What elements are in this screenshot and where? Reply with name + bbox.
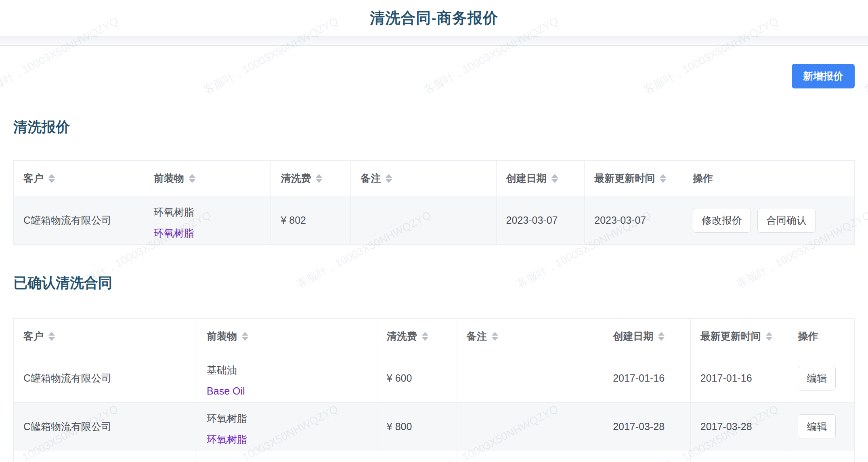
created-date-cell: 2017-03-28 (603, 403, 691, 451)
column-header-previous-cargo[interactable]: 前装物 (197, 319, 377, 354)
sort-icon[interactable] (48, 174, 55, 183)
cargo-name: 基础油 (207, 363, 367, 377)
cargo-link[interactable]: Base Oil (207, 384, 367, 398)
sort-icon[interactable] (422, 332, 428, 341)
previous-cargo-cell: 环氧树脂 环氧树脂 (197, 403, 377, 451)
sort-icon[interactable] (386, 174, 392, 183)
customer-cell: C罐箱物流有限公司 (14, 354, 197, 403)
table-row: C罐箱物流有限公司 环氧树脂 环氧树脂 ¥ 800 2017-03-28 201… (14, 403, 855, 451)
column-header-cleaning-fee[interactable]: 清洗费 (271, 161, 351, 196)
section-title-quotes: 清洗报价 (13, 117, 855, 136)
column-header-customer[interactable]: 客户 (14, 319, 197, 354)
edit-button[interactable]: 编辑 (798, 366, 836, 391)
remark-cell (351, 196, 496, 245)
sort-icon[interactable] (766, 332, 772, 341)
table-row: C罐箱物流有限公司 环氧树脂 环氧树脂 ¥ 802 2023-03-07 202… (14, 196, 855, 245)
column-header-actions: 操作 (788, 319, 855, 354)
table-row: 工业用脂肪醇 (14, 451, 855, 462)
cleaning-fee-cell: ¥ 800 (377, 403, 457, 451)
updated-date-cell: 2017-01-16 (690, 354, 788, 403)
sort-icon[interactable] (660, 174, 666, 183)
quotes-header-row: 客户 前装物 清洗费 备注 创建日期 最新更新时间 操作 (14, 161, 855, 196)
cargo-name: 环氧树脂 (154, 205, 261, 219)
actions-cell: 编辑 (788, 403, 855, 451)
updated-date-cell (690, 451, 788, 462)
remark-cell (457, 451, 603, 462)
page-title: 清洗合同-商务报价 (370, 8, 498, 28)
column-header-updated-date[interactable]: 最新更新时间 (585, 161, 683, 196)
cleaning-fee-cell: ¥ 802 (271, 196, 351, 245)
previous-cargo-cell: 工业用脂肪醇 (197, 451, 377, 462)
table-row: C罐箱物流有限公司 基础油 Base Oil ¥ 600 2017-01-16 … (14, 354, 855, 403)
sort-icon[interactable] (48, 332, 55, 341)
toolbar: 新增报价 (13, 64, 855, 88)
sort-icon[interactable] (492, 332, 498, 341)
column-header-remark[interactable]: 备注 (351, 161, 496, 196)
confirm-contract-button[interactable]: 合同确认 (757, 208, 816, 233)
edit-button[interactable]: 编辑 (798, 414, 836, 439)
remark-cell (457, 354, 603, 403)
modify-quote-button[interactable]: 修改报价 (693, 208, 751, 233)
column-header-updated-date[interactable]: 最新更新时间 (690, 319, 788, 354)
contracts-header-row: 客户 前装物 清洗费 备注 创建日期 最新更新时间 操作 (14, 319, 855, 354)
created-date-cell: 2023-03-07 (496, 196, 585, 245)
created-date-cell: 2017-01-16 (603, 354, 691, 403)
header-divider-band (0, 36, 868, 46)
customer-cell: C罐箱物流有限公司 (14, 196, 144, 245)
sort-icon[interactable] (242, 332, 248, 341)
column-header-customer[interactable]: 客户 (14, 161, 144, 196)
column-header-created-date[interactable]: 创建日期 (603, 319, 691, 354)
cleaning-fee-cell (377, 451, 457, 462)
created-date-cell (603, 451, 691, 462)
cargo-link[interactable]: 环氧树脂 (154, 226, 261, 240)
column-header-previous-cargo[interactable]: 前装物 (144, 161, 271, 196)
column-header-remark[interactable]: 备注 (457, 319, 603, 354)
confirmed-contracts-table: 客户 前装物 清洗费 备注 创建日期 最新更新时间 操作 C罐箱物流有限公司 基… (13, 318, 855, 462)
quotes-table: 客户 前装物 清洗费 备注 创建日期 最新更新时间 操作 C罐箱物流有限公司 环… (13, 160, 855, 245)
cargo-link[interactable]: 环氧树脂 (207, 433, 367, 446)
previous-cargo-cell: 基础油 Base Oil (197, 354, 377, 403)
main-content: 新增报价 清洗报价 客户 前装物 清洗费 备注 创建日期 最新更新时间 操作 C… (0, 64, 868, 462)
cargo-name: 环氧树脂 (207, 412, 367, 425)
sort-icon[interactable] (189, 174, 195, 183)
customer-cell: C罐箱物流有限公司 (14, 403, 197, 451)
column-header-cleaning-fee[interactable]: 清洗费 (377, 319, 457, 354)
customer-cell (14, 451, 197, 462)
actions-cell: 修改报价 合同确认 (683, 196, 855, 245)
updated-date-cell: 2017-03-28 (690, 403, 788, 451)
add-quote-button[interactable]: 新增报价 (792, 64, 855, 88)
cleaning-fee-cell: ¥ 600 (377, 354, 457, 403)
updated-date-cell: 2023-03-07 (585, 196, 683, 245)
column-header-actions: 操作 (683, 161, 855, 196)
cargo-name: 工业用脂肪醇 (207, 460, 367, 462)
previous-cargo-cell: 环氧树脂 环氧树脂 (144, 196, 271, 245)
title-bar: 清洗合同-商务报价 (0, 0, 868, 36)
sort-icon[interactable] (551, 174, 558, 183)
section-title-confirmed-contracts: 已确认清洗合同 (13, 273, 855, 292)
remark-cell (457, 403, 603, 451)
sort-icon[interactable] (658, 332, 665, 341)
actions-cell: 编辑 (788, 354, 855, 403)
actions-cell (788, 451, 855, 462)
sort-icon[interactable] (316, 174, 322, 183)
column-header-created-date[interactable]: 创建日期 (496, 161, 585, 196)
